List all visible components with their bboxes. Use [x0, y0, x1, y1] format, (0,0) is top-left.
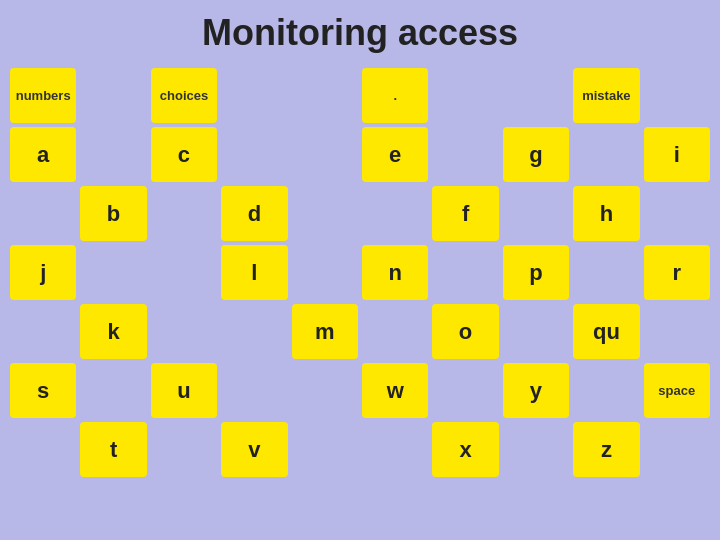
empty-cell-1-3 [10, 186, 76, 241]
cell-x[interactable]: x [432, 422, 498, 477]
empty-cell-9-2 [573, 127, 639, 182]
cell-.[interactable]: . [362, 68, 428, 123]
empty-cell-8-1 [503, 68, 569, 123]
empty-cell-6-7 [362, 422, 428, 477]
empty-cell-3-3 [151, 186, 217, 241]
cell-p[interactable]: p [503, 245, 569, 300]
cell-h[interactable]: h [573, 186, 639, 241]
empty-cell-8-5 [503, 304, 569, 359]
empty-cell-7-6 [432, 363, 498, 418]
empty-cell-8-7 [503, 422, 569, 477]
cell-a[interactable]: a [10, 127, 76, 182]
empty-cell-10-1 [644, 68, 710, 123]
cell-k[interactable]: k [80, 304, 146, 359]
empty-cell-5-6 [292, 363, 358, 418]
empty-cell-2-2 [80, 127, 146, 182]
empty-cell-2-4 [80, 245, 146, 300]
empty-cell-4-2 [221, 127, 287, 182]
empty-cell-5-4 [292, 245, 358, 300]
cell-l[interactable]: l [221, 245, 287, 300]
empty-cell-8-3 [503, 186, 569, 241]
empty-cell-7-2 [432, 127, 498, 182]
cell-b[interactable]: b [80, 186, 146, 241]
empty-cell-7-4 [432, 245, 498, 300]
cell-u[interactable]: u [151, 363, 217, 418]
cell-e[interactable]: e [362, 127, 428, 182]
empty-cell-1-5 [10, 304, 76, 359]
cell-choices[interactable]: choices [151, 68, 217, 123]
empty-cell-3-4 [151, 245, 217, 300]
cell-f[interactable]: f [432, 186, 498, 241]
empty-cell-6-5 [362, 304, 428, 359]
empty-cell-2-1 [80, 68, 146, 123]
cell-v[interactable]: v [221, 422, 287, 477]
empty-cell-2-6 [80, 363, 146, 418]
cell-mistake[interactable]: mistake [573, 68, 639, 123]
empty-cell-5-1 [292, 68, 358, 123]
cell-qu[interactable]: qu [573, 304, 639, 359]
empty-cell-5-7 [292, 422, 358, 477]
cell-space[interactable]: space [644, 363, 710, 418]
empty-cell-4-1 [221, 68, 287, 123]
cell-d[interactable]: d [221, 186, 287, 241]
empty-cell-4-6 [221, 363, 287, 418]
cell-y[interactable]: y [503, 363, 569, 418]
empty-cell-5-2 [292, 127, 358, 182]
cell-g[interactable]: g [503, 127, 569, 182]
page-title: Monitoring access [0, 0, 720, 62]
empty-cell-10-5 [644, 304, 710, 359]
empty-cell-9-6 [573, 363, 639, 418]
grid: numberschoices.mistakeacegibdfhjlnprkmoq… [0, 62, 720, 540]
cell-n[interactable]: n [362, 245, 428, 300]
cell-w[interactable]: w [362, 363, 428, 418]
cell-i[interactable]: i [644, 127, 710, 182]
cell-numbers[interactable]: numbers [10, 68, 76, 123]
cell-s[interactable]: s [10, 363, 76, 418]
empty-cell-5-3 [292, 186, 358, 241]
empty-cell-3-5 [151, 304, 217, 359]
cell-t[interactable]: t [80, 422, 146, 477]
cell-r[interactable]: r [644, 245, 710, 300]
empty-cell-9-4 [573, 245, 639, 300]
empty-cell-4-5 [221, 304, 287, 359]
empty-cell-6-3 [362, 186, 428, 241]
empty-cell-1-7 [10, 422, 76, 477]
cell-o[interactable]: o [432, 304, 498, 359]
cell-z[interactable]: z [573, 422, 639, 477]
empty-cell-7-1 [432, 68, 498, 123]
cell-c[interactable]: c [151, 127, 217, 182]
cell-j[interactable]: j [10, 245, 76, 300]
cell-m[interactable]: m [292, 304, 358, 359]
empty-cell-10-3 [644, 186, 710, 241]
empty-cell-10-7 [644, 422, 710, 477]
empty-cell-3-7 [151, 422, 217, 477]
